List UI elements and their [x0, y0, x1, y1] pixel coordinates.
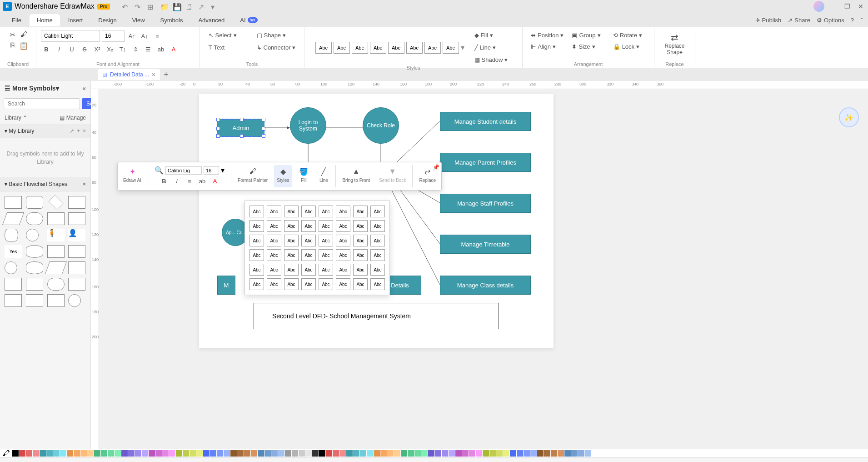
color-swatch[interactable]: [74, 450, 80, 457]
document-tab[interactable]: ▤ Detailed Data ... ×: [98, 69, 160, 80]
style-cell[interactable]: Abc: [301, 220, 316, 232]
color-swatch[interactable]: [442, 450, 448, 457]
superscript-icon[interactable]: X²: [92, 44, 103, 55]
ft-bring-front[interactable]: ▲Bring to Front: [339, 165, 373, 187]
collapse-ribbon-icon[interactable]: ˄: [860, 17, 863, 24]
style-cell[interactable]: Abc: [336, 235, 350, 246]
style-cell[interactable]: Abc: [284, 249, 299, 261]
manage-button[interactable]: ▤ Manage: [60, 115, 86, 121]
shape-button[interactable]: ▢ Shape ▾: [253, 30, 299, 40]
font-color-icon[interactable]: A: [168, 44, 179, 55]
style-cell[interactable]: Abc: [319, 220, 333, 232]
color-swatch[interactable]: [353, 450, 359, 457]
color-swatch[interactable]: [94, 450, 100, 457]
text-case-icon[interactable]: ab: [155, 44, 166, 55]
ft-send-back[interactable]: ▼Send to Back: [376, 165, 409, 187]
color-swatch[interactable]: [421, 450, 428, 457]
tab-insert[interactable]: Insert: [61, 14, 90, 26]
color-swatch[interactable]: [190, 450, 196, 457]
color-swatch[interactable]: [115, 450, 121, 457]
group-button[interactable]: ▣ Group▾: [568, 30, 608, 40]
shape-card[interactable]: [47, 245, 65, 258]
color-swatch[interactable]: [510, 450, 516, 457]
color-swatch[interactable]: [264, 450, 271, 457]
text-button[interactable]: T Text: [205, 42, 251, 53]
color-swatch[interactable]: [435, 450, 441, 457]
collapse-panel-icon[interactable]: «: [82, 85, 86, 92]
shape-tape[interactable]: [26, 278, 43, 291]
cut-icon[interactable]: ✂: [8, 30, 17, 39]
color-swatch[interactable]: [326, 450, 332, 457]
rotate-button[interactable]: ⟲ Rotate▾: [609, 30, 649, 40]
color-swatch[interactable]: [149, 450, 155, 457]
ft-font-size[interactable]: [204, 166, 219, 175]
size-button[interactable]: ⬍ Size▾: [568, 41, 608, 52]
shape-manage-parents[interactable]: Manage Parent Profiles: [440, 153, 531, 172]
shape-rectangle[interactable]: [5, 196, 22, 209]
pin-icon[interactable]: 📌: [433, 164, 439, 171]
color-swatch[interactable]: [455, 450, 462, 457]
color-swatch[interactable]: [278, 450, 284, 457]
ft-align-icon[interactable]: ≡: [184, 176, 195, 186]
style-cell[interactable]: Abc: [284, 220, 299, 232]
copy-icon[interactable]: ⎘: [8, 41, 17, 50]
style-preset[interactable]: Abc: [334, 42, 350, 54]
color-swatch[interactable]: [469, 450, 475, 457]
tab-advanced[interactable]: Advanced: [191, 14, 232, 26]
shape-manage-timetable[interactable]: Manage Timetable: [440, 235, 531, 254]
shape-check-role[interactable]: Check Role: [363, 107, 399, 144]
more-symbols-header[interactable]: ☰ More Symbols▾: [5, 85, 59, 92]
line-button[interactable]: ╱ Line ▾: [471, 42, 512, 53]
style-cell[interactable]: Abc: [249, 235, 264, 246]
library-dropdown[interactable]: Library ⌃: [5, 115, 27, 121]
color-swatch[interactable]: [537, 450, 544, 457]
shape-loop[interactable]: [68, 245, 85, 258]
color-swatch[interactable]: [244, 450, 250, 457]
style-cell[interactable]: Abc: [249, 264, 264, 276]
color-swatch[interactable]: [285, 450, 291, 457]
shape-document[interactable]: [68, 261, 85, 274]
shape-manage-students[interactable]: Manage Student details: [440, 112, 531, 131]
color-swatch[interactable]: [155, 450, 162, 457]
bold-icon[interactable]: B: [41, 44, 52, 55]
color-swatch[interactable]: [489, 450, 496, 457]
color-swatch[interactable]: [374, 450, 380, 457]
color-swatch[interactable]: [414, 450, 421, 457]
color-swatch[interactable]: [401, 450, 407, 457]
maximize-icon[interactable]: ❐: [843, 3, 852, 10]
color-swatch[interactable]: [517, 450, 523, 457]
color-swatch[interactable]: [462, 450, 469, 457]
style-cell[interactable]: Abc: [267, 235, 281, 246]
color-picker-icon[interactable]: 🖍: [3, 449, 10, 457]
close-icon[interactable]: ✕: [856, 3, 865, 10]
style-preset[interactable]: Abc: [443, 42, 459, 54]
style-cell[interactable]: Abc: [267, 264, 281, 276]
publish-button[interactable]: ✈ Publish: [755, 17, 782, 24]
color-swatch[interactable]: [67, 450, 73, 457]
style-cell[interactable]: Abc: [336, 220, 350, 232]
style-preset[interactable]: Abc: [352, 42, 368, 54]
shadow-button[interactable]: ▦ Shadow ▾: [471, 55, 512, 65]
style-cell[interactable]: Abc: [301, 278, 316, 290]
shape-hexagon[interactable]: [47, 294, 65, 307]
style-cell[interactable]: Abc: [249, 206, 264, 217]
replace-shape-button[interactable]: ⇄ Replace Shape: [663, 30, 686, 57]
shape-square[interactable]: [68, 196, 85, 209]
canvas[interactable]: Admin Login to System Check Role ...age …: [99, 89, 868, 449]
section-close-icon[interactable]: ×: [83, 181, 86, 187]
minimize-icon[interactable]: —: [829, 3, 838, 10]
color-swatch[interactable]: [408, 450, 414, 457]
shape-terminator[interactable]: [26, 212, 43, 225]
color-swatch[interactable]: [251, 450, 257, 457]
tab-file[interactable]: File: [5, 14, 29, 26]
style-cell[interactable]: Abc: [267, 249, 281, 261]
style-cell[interactable]: Abc: [267, 220, 281, 232]
style-cell[interactable]: Abc: [301, 249, 316, 261]
color-swatch[interactable]: [142, 450, 148, 457]
style-cell[interactable]: Abc: [284, 206, 299, 217]
shape-yes[interactable]: Yes: [5, 245, 22, 258]
style-cell[interactable]: Abc: [353, 220, 368, 232]
ft-textcase-icon[interactable]: ab: [197, 176, 208, 186]
select-button[interactable]: ↖ Select ▾: [205, 30, 251, 40]
color-swatch[interactable]: [496, 450, 503, 457]
